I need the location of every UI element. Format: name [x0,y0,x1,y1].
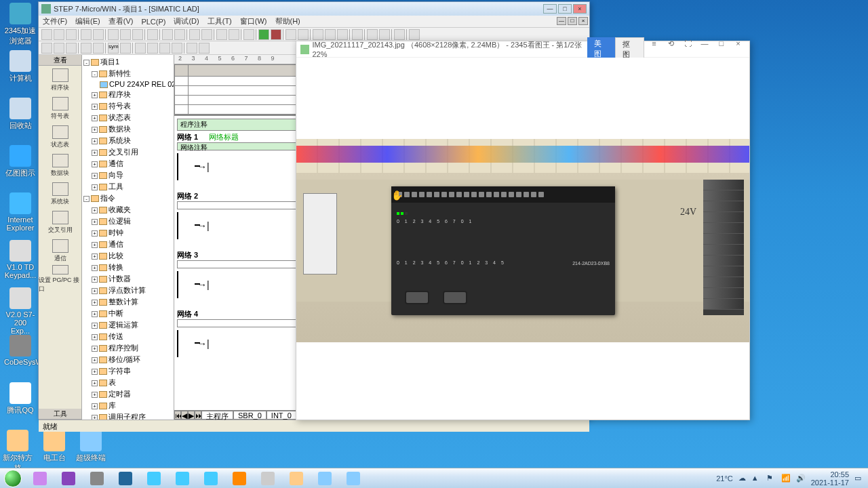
tree-node[interactable]: +调用子程序 [83,411,172,420]
copy-icon[interactable] [120,29,131,40]
lt6-icon[interactable] [120,43,131,54]
taskbar-item[interactable] [55,470,82,487]
tree-node[interactable]: +逻辑运算 [83,319,172,331]
project-tree[interactable]: -项目1-新特性CPU 224XP REL 02.01+程序块+符号表+状态表+… [82,55,174,420]
nav-footer[interactable]: 工具 [39,409,81,420]
tree-node[interactable]: +浮点数计算 [83,285,172,296]
compile-icon[interactable] [162,29,173,40]
tree-node[interactable]: +系统块 [83,135,172,146]
lt10-icon[interactable] [172,43,182,54]
taskbar-item[interactable] [140,470,167,487]
nav-item[interactable]: 设置 PG/PC 接口 [39,265,81,293]
viewer-minimize[interactable]: — [698,37,712,49]
tree-node[interactable]: +数据块 [83,123,172,135]
taskbar[interactable]: 21°C ☁ ▲ ⚑ 📶 🔊 20:55 2021-11-17 ▭ [0,468,868,488]
volume-icon[interactable]: 🔊 [796,474,806,483]
t2-icon[interactable] [325,29,336,40]
menu-item[interactable]: 文件(F) [43,16,67,26]
viewer-header[interactable]: IMG_20211117_202143.jpg （4608×2128像素, 2.… [296,41,749,58]
pause-icon[interactable] [298,29,309,40]
sort-icon[interactable] [216,29,227,40]
run-icon[interactable] [258,29,269,40]
print-icon[interactable] [81,29,92,40]
tree-node[interactable]: CPU 224XP REL 02.01 [83,79,172,89]
action-center-icon[interactable]: ⚑ [766,474,776,483]
menu-item[interactable]: PLC(P) [141,18,165,26]
menu-item[interactable]: 工具(T) [208,16,232,26]
show-desktop[interactable]: ▭ [854,474,864,483]
desktop-icon[interactable]: 回收站 [4,98,37,131]
t6-icon[interactable] [379,29,390,40]
lt12-icon[interactable] [199,43,210,54]
taskbar-item[interactable] [169,470,196,487]
tree-node[interactable]: +库 [83,400,172,411]
lt4-icon[interactable] [81,43,92,54]
tab-first-icon[interactable]: ⏮ [174,411,181,420]
image-viewport[interactable]: 0 1 2 3 4 5 6 7 0 1 0 1 2 3 4 5 6 7 0 1 … [296,58,749,420]
t8-icon[interactable] [409,29,420,40]
tree-node[interactable]: +通信 [83,158,172,169]
tree-node[interactable]: +向导 [83,169,172,181]
desktop-icon[interactable]: V1.0 TD Keypad... [4,240,37,279]
tab-last-icon[interactable]: ⏭ [195,411,201,420]
tab-prev-icon[interactable]: ◀ [181,411,188,420]
taskbar-item[interactable] [283,470,310,487]
taskbar-item[interactable] [26,470,54,487]
lt2-icon[interactable] [54,43,64,54]
t4-icon[interactable] [352,29,363,40]
tool-icon[interactable] [243,29,254,40]
tree-node[interactable]: +定时器 [83,388,172,400]
desktop-icon[interactable]: 计算机 [4,50,37,83]
menu-item[interactable]: 编辑(E) [75,16,100,26]
sort2-icon[interactable] [229,29,239,40]
lt1-icon[interactable] [41,43,52,54]
lt8-icon[interactable] [147,43,158,54]
clock[interactable]: 20:55 2021-11-17 [811,470,849,487]
tree-root[interactable]: -项目1 [83,56,172,68]
tray-icon[interactable]: ▲ [751,474,761,483]
desktop-icon[interactable]: 亿图图示 [4,145,37,178]
tree-node[interactable]: -新特性 [83,68,172,79]
desktop-icon[interactable]: CoDeSysW [4,335,37,366]
tree-node[interactable]: +程序控制 [83,342,172,354]
lt9-icon[interactable] [159,43,170,54]
undo-icon[interactable] [147,29,158,40]
desktop-icon[interactable]: 电工台 [38,430,71,463]
viewer-close[interactable]: × [731,37,745,49]
nav-item[interactable]: 通信 [39,237,81,265]
tree-node[interactable]: +表 [83,377,172,388]
tree-node[interactable]: +传送 [83,331,172,342]
taskbar-item[interactable] [83,470,111,487]
tree-root[interactable]: -指令 [83,192,172,204]
menu-item[interactable]: 窗口(W) [240,16,267,26]
tab-next-icon[interactable]: ▶ [188,411,195,420]
desktop-icon[interactable]: 腾讯QQ [4,382,37,415]
tree-node[interactable]: +符号表 [83,100,172,112]
desktop-icon[interactable]: Internet Explorer [4,192,37,232]
lt11-icon[interactable] [186,43,197,54]
mdi-close[interactable]: × [578,17,588,25]
pin-icon[interactable]: ⟲ [664,37,678,49]
new-icon[interactable] [41,29,52,40]
fullscreen-icon[interactable]: ⛶ [681,37,695,49]
editor-tab[interactable]: 主程序 [201,411,233,420]
nav-item[interactable]: 程序块 [39,66,81,94]
lt5-icon[interactable] [93,43,104,54]
close-button[interactable]: × [573,4,587,14]
taskbar-item[interactable] [197,470,224,487]
tree-node[interactable]: +转换 [83,262,172,273]
t1-icon[interactable] [313,29,323,40]
desktop-icon[interactable]: V2.0 S7-200 Exp... [4,287,37,335]
taskbar-item[interactable] [112,470,139,487]
tree-node[interactable]: +比较 [83,250,172,262]
tree-node[interactable]: +程序块 [83,89,172,100]
nav-item[interactable]: 数据块 [39,151,81,180]
cut-icon[interactable] [108,29,119,40]
menu-item[interactable]: 查看(V) [108,16,134,26]
download-icon[interactable] [201,29,212,40]
t5-icon[interactable] [367,29,378,40]
editor-tab[interactable]: SBR_0 [233,411,267,420]
nav-item[interactable]: 系统块 [39,180,81,208]
paste-icon[interactable] [132,29,143,40]
start-button[interactable] [0,468,26,489]
